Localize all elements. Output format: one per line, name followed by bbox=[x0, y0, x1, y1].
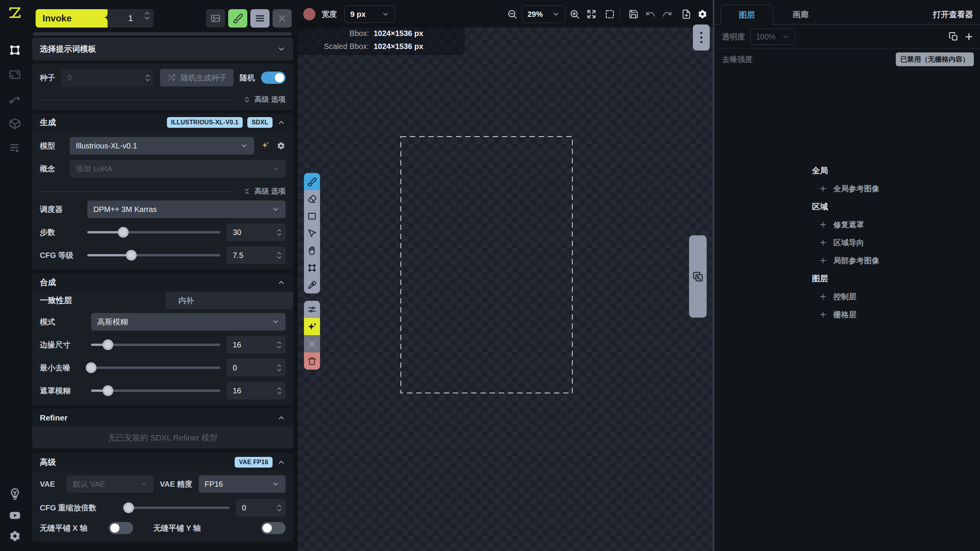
generation-bbox[interactable] bbox=[400, 136, 573, 393]
transform-tool[interactable] bbox=[304, 259, 320, 276]
video-tutorials-icon[interactable] bbox=[8, 508, 22, 523]
zoom-level-select[interactable]: 29% bbox=[522, 5, 565, 23]
random-seed-toggle[interactable] bbox=[261, 72, 286, 84]
vae-precision-select[interactable]: FP16 bbox=[199, 475, 286, 493]
opacity-select[interactable]: 100% bbox=[750, 29, 795, 45]
scheduler-select[interactable]: DPM++ 3M Karras bbox=[87, 201, 286, 218]
brush-color-swatch[interactable] bbox=[303, 8, 315, 20]
cancel-tool[interactable] bbox=[304, 335, 320, 352]
add-raster-layer[interactable]: 栅格层 bbox=[812, 308, 879, 321]
prompt-template-label: 选择提示词模板 bbox=[40, 44, 96, 54]
model-base-badge: ILLUSTRIOUS-XL-V0.1 bbox=[167, 117, 243, 128]
eyedropper-tool[interactable] bbox=[304, 276, 320, 293]
save-icon[interactable] bbox=[628, 5, 639, 23]
add-global-reference-image[interactable]: 全局参考图像 bbox=[812, 183, 879, 195]
filters-tool[interactable] bbox=[304, 301, 320, 318]
panel-divider bbox=[714, 48, 980, 49]
generate-sparkle-tool[interactable] bbox=[304, 318, 320, 335]
add-inpaint-mask[interactable]: 修复遮罩 bbox=[812, 218, 879, 231]
cfg-rescale-input[interactable]: 0 bbox=[236, 499, 286, 517]
expand-vertical-icon bbox=[243, 95, 251, 104]
seed-advanced-options[interactable]: 高级 选项 bbox=[40, 93, 286, 106]
generation-header[interactable]: 生成 ILLUSTRIOUS-XL-V0.1 SDXL bbox=[32, 113, 293, 132]
chevron-up-icon[interactable] bbox=[277, 458, 286, 466]
coherence-mode-select[interactable]: 高斯模糊 bbox=[91, 313, 286, 331]
cfg-scale-slider[interactable] bbox=[87, 246, 220, 264]
brush-width-select[interactable]: 9 px bbox=[345, 5, 395, 23]
model-label: 模型 bbox=[40, 141, 64, 151]
add-regional-guidance[interactable]: 区域导向 bbox=[812, 236, 879, 249]
cfg-scale-input[interactable]: 7.5 bbox=[227, 246, 286, 264]
prompt-template-bar[interactable]: 选择提示词模板 bbox=[32, 37, 293, 60]
nav-workflows-tab[interactable] bbox=[8, 92, 22, 106]
tab-gallery[interactable]: 画廊 bbox=[776, 5, 825, 24]
zoom-in-icon[interactable] bbox=[569, 5, 580, 23]
mask-blur-input[interactable]: 16 bbox=[227, 382, 286, 399]
select-tool[interactable] bbox=[304, 225, 320, 242]
vae-select[interactable]: 默认 VAE bbox=[67, 475, 154, 493]
seed-input[interactable]: 0 bbox=[61, 69, 154, 86]
fit-to-view-icon[interactable] bbox=[586, 5, 597, 23]
steps-input[interactable]: 30 bbox=[227, 223, 286, 241]
chevron-up-icon[interactable] bbox=[277, 118, 286, 127]
rect-tool[interactable] bbox=[304, 207, 320, 225]
canvas-settings-gear-icon[interactable] bbox=[697, 5, 708, 23]
model-select[interactable]: Illustrious-XL-v0.1 bbox=[70, 137, 254, 155]
add-layer-plus-icon[interactable] bbox=[964, 32, 974, 42]
add-control-layer[interactable]: 控制层 bbox=[812, 290, 879, 303]
advanced-header[interactable]: 高级 VAE FP16 bbox=[32, 453, 293, 471]
steps-slider[interactable] bbox=[87, 223, 220, 241]
model-settings-gear-icon[interactable] bbox=[276, 141, 286, 150]
undo-icon[interactable] bbox=[645, 5, 656, 23]
fit-bbox-icon[interactable] bbox=[604, 5, 616, 23]
tab-coherence-layer[interactable]: 一致性层 bbox=[40, 292, 72, 309]
zoom-out-icon[interactable] bbox=[506, 5, 518, 23]
duplicate-layer-icon[interactable] bbox=[949, 32, 959, 42]
canvas-menu-button[interactable] bbox=[693, 24, 710, 51]
randomize-seed-button[interactable]: 随机生成种子 bbox=[160, 69, 234, 86]
settings-gear-icon[interactable] bbox=[8, 529, 22, 543]
chevron-up-icon[interactable] bbox=[277, 414, 286, 422]
edge-size-slider[interactable] bbox=[91, 336, 220, 354]
canvas-area[interactable]: 宽度 9 px 29% Bbox: 1024×1536 px bbox=[298, 0, 713, 551]
pan-tool[interactable] bbox=[304, 242, 320, 259]
toolbar-divider bbox=[620, 7, 621, 21]
support-lightbulb-icon[interactable] bbox=[8, 487, 22, 501]
mask-blur-slider[interactable] bbox=[91, 382, 220, 399]
tab-layers[interactable]: 图层 bbox=[720, 5, 773, 25]
eraser-tool[interactable] bbox=[304, 190, 320, 207]
nav-canvas-tab[interactable] bbox=[8, 43, 22, 57]
min-denoise-slider[interactable] bbox=[91, 359, 220, 377]
seamless-y-toggle[interactable] bbox=[261, 522, 286, 534]
group-heading-regional: 区域 bbox=[812, 201, 879, 213]
chevron-up-icon[interactable] bbox=[277, 278, 286, 287]
seed-label: 种子 bbox=[40, 73, 55, 83]
save-as-icon[interactable] bbox=[681, 5, 692, 23]
gallery-panel-handle[interactable] bbox=[689, 235, 707, 318]
nav-models-tab[interactable] bbox=[8, 116, 22, 131]
denoise-strength-label: 去噪强度 bbox=[722, 54, 753, 65]
concepts-label: 概念 bbox=[40, 164, 64, 174]
model-sparkle-icon[interactable] bbox=[260, 141, 270, 151]
open-viewer-button[interactable]: 打开查看器 bbox=[933, 5, 973, 24]
tab-infill[interactable]: 内补 bbox=[165, 292, 293, 309]
edge-size-input[interactable]: 16 bbox=[227, 336, 286, 354]
redo-icon[interactable] bbox=[662, 5, 673, 23]
scaled-bbox-value: 1024×1536 px bbox=[374, 42, 423, 51]
delete-tool[interactable] bbox=[304, 352, 320, 370]
seamless-y-label: 无缝平铺 Y 轴 bbox=[153, 523, 201, 533]
settings-panel: 选择提示词模板 种子 0 随机生成种子 随机 bbox=[31, 0, 295, 551]
cfg-rescale-slider[interactable] bbox=[129, 499, 230, 517]
brush-tool[interactable] bbox=[304, 173, 320, 190]
min-denoise-input[interactable]: 0 bbox=[227, 359, 286, 377]
nav-queue-tab[interactable] bbox=[8, 141, 22, 155]
chevron-down-icon[interactable] bbox=[277, 45, 286, 53]
lora-select[interactable]: 添加 LoRA bbox=[70, 160, 286, 178]
nav-upscaling-tab[interactable] bbox=[8, 67, 22, 82]
add-regional-reference-image[interactable]: 局部参考图像 bbox=[812, 254, 879, 267]
generation-card: 生成 ILLUSTRIOUS-XL-V0.1 SDXL 模型 Illustrio… bbox=[32, 113, 293, 269]
refiner-header[interactable]: Refiner bbox=[32, 409, 293, 427]
seamless-x-toggle[interactable] bbox=[109, 522, 133, 534]
generation-advanced-options[interactable]: 高级 选项 bbox=[40, 185, 286, 197]
compositing-header[interactable]: 合成 bbox=[32, 273, 293, 292]
